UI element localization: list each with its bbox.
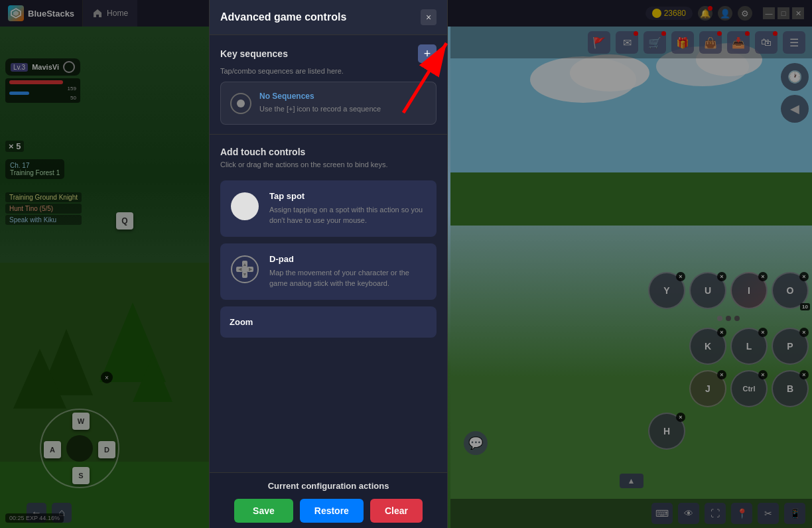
clear-button[interactable]: Clear	[370, 499, 423, 523]
config-section: Current configuration actions Save Resto…	[210, 472, 447, 528]
tap-spot-info: Tap spot Assign tapping on a spot with t…	[269, 191, 427, 226]
config-title: Current configuration actions	[220, 481, 437, 491]
agc-title: Advanced game controls	[220, 11, 346, 23]
agc-close-button[interactable]: ×	[421, 9, 437, 25]
section-divider-1	[210, 134, 447, 135]
touch-controls-title: Add touch controls	[220, 147, 437, 157]
touch-controls-header: Add touch controls Click or drag the act…	[210, 137, 447, 174]
zoom-card[interactable]: Zoom	[220, 306, 437, 338]
dpad-card-icon: ▲ ▼ ◀ ▶	[230, 254, 260, 285]
save-button[interactable]: Save	[234, 499, 293, 523]
agc-header: Advanced game controls ×	[210, 0, 447, 35]
restore-button[interactable]: Restore	[300, 499, 364, 523]
dpad-info: D-pad Map the movement of your character…	[269, 254, 427, 289]
no-sequences-card: No Sequences Use the [+] icon to record …	[220, 82, 437, 125]
agc-body[interactable]: Key sequences + Tap/combo sequences are …	[210, 35, 447, 472]
zoom-title: Zoom	[230, 317, 427, 327]
no-sequences-desc: Use the [+] icon to record a sequence	[259, 103, 381, 115]
key-sequences-header: Key sequences +	[210, 35, 447, 67]
key-sequences-subtitle: Tap/combo sequences are listed here.	[210, 67, 447, 82]
tap-spot-card[interactable]: Tap spot Assign tapping on a spot with t…	[220, 180, 437, 237]
config-buttons: Save Restore Clear	[220, 499, 437, 523]
svg-text:▼: ▼	[243, 272, 247, 277]
no-sequences-content: No Sequences Use the [+] icon to record …	[259, 92, 381, 115]
no-sequences-title: No Sequences	[259, 92, 381, 101]
add-sequence-button[interactable]: +	[418, 44, 437, 63]
dpad-desc: Map the movement of your character or th…	[269, 267, 427, 289]
record-icon	[230, 93, 251, 114]
record-dot	[237, 99, 245, 107]
tap-spot-circle	[231, 192, 259, 220]
tap-spot-title: Tap spot	[269, 191, 427, 201]
touch-controls-desc: Click or drag the actions on the screen …	[220, 160, 437, 170]
dpad-title: D-pad	[269, 254, 427, 264]
agc-panel: Advanced game controls × Key sequences +…	[209, 0, 448, 528]
tap-spot-icon	[230, 191, 260, 222]
dpad-svg: ▲ ▼ ◀ ▶	[231, 255, 259, 283]
dpad-card[interactable]: ▲ ▼ ◀ ▶ D-pad Map the movement of your c…	[220, 243, 437, 300]
svg-text:▲: ▲	[243, 262, 247, 267]
tap-spot-desc: Assign tapping on a spot with this actio…	[269, 204, 427, 226]
key-sequences-title: Key sequences	[220, 48, 288, 59]
